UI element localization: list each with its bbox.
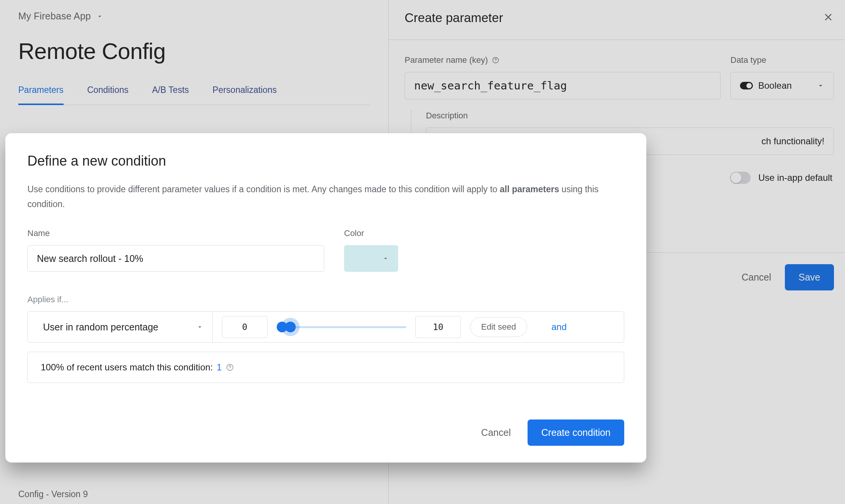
rule-condition-select[interactable]: User in random percentage — [34, 312, 213, 342]
slider-handle-hi[interactable] — [285, 322, 296, 332]
add-and-button[interactable]: and — [552, 322, 567, 332]
condition-color-select[interactable] — [344, 245, 398, 272]
match-text: 100% of recent users match this conditio… — [41, 362, 213, 373]
condition-name-input[interactable] — [27, 245, 324, 272]
dialog-description: Use conditions to provide different para… — [27, 182, 606, 212]
match-count: 1 — [217, 362, 222, 373]
applies-if-label: Applies if... — [27, 295, 624, 305]
slider-track — [277, 326, 406, 328]
svg-point-3 — [230, 369, 230, 369]
match-info-row: 100% of recent users match this conditio… — [27, 352, 624, 383]
condition-name-label: Name — [27, 228, 324, 238]
create-condition-button[interactable]: Create condition — [528, 419, 624, 446]
chevron-down-icon — [382, 255, 389, 262]
chevron-down-icon — [196, 324, 203, 330]
define-condition-dialog: Define a new condition Use conditions to… — [5, 133, 646, 463]
edit-seed-button[interactable]: Edit seed — [470, 317, 527, 337]
help-icon[interactable] — [226, 363, 234, 372]
rule-row: User in random percentage Edit seed and — [27, 311, 624, 343]
dialog-title: Define a new condition — [27, 153, 624, 169]
range-lo-input[interactable] — [222, 316, 268, 338]
dialog-cancel-button[interactable]: Cancel — [481, 427, 511, 438]
rule-condition-value: User in random percentage — [43, 322, 158, 333]
condition-color-label: Color — [344, 228, 398, 238]
range-hi-input[interactable] — [415, 316, 461, 338]
percentage-slider[interactable] — [277, 323, 406, 331]
